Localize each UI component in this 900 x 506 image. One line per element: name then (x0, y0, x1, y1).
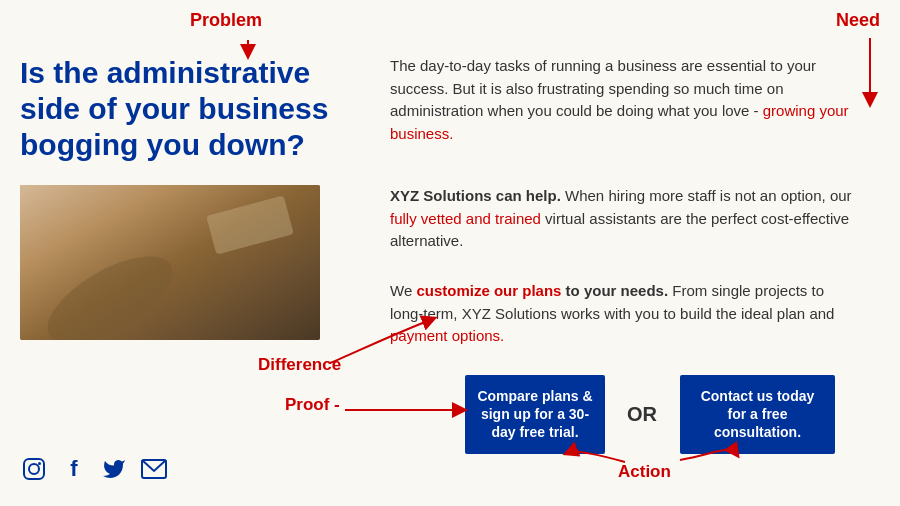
paragraph-1: The day-to-day tasks of running a busine… (390, 55, 860, 145)
twitter-icon[interactable] (100, 455, 128, 483)
proof-label: Proof - (285, 395, 340, 415)
instagram-icon[interactable] (20, 455, 48, 483)
facebook-icon[interactable]: f (60, 455, 88, 483)
svg-rect-0 (24, 459, 44, 479)
paragraph-2: XYZ Solutions can help. When hiring more… (390, 185, 860, 253)
or-text: OR (627, 403, 657, 426)
need-label: Need (836, 10, 880, 31)
headline: Is the administrative side of your busin… (20, 55, 340, 163)
difference-label: Difference (258, 355, 341, 375)
social-icons-bar: f (20, 455, 168, 483)
action-label: Action (618, 462, 671, 482)
para2-text1: When hiring more staff is not an option,… (561, 187, 852, 204)
svg-point-2 (38, 462, 41, 465)
para1-text: The day-to-day tasks of running a busine… (390, 57, 816, 119)
problem-label: Problem (190, 10, 262, 31)
paragraph-3: We customize our plans to your needs. Fr… (390, 280, 860, 348)
para2-bold: XYZ Solutions can help. (390, 187, 561, 204)
para3-highlight1: customize our plans (416, 282, 561, 299)
para3-highlight2: payment options. (390, 327, 504, 344)
contact-button[interactable]: Contact us today for a free consultation… (680, 375, 835, 454)
para3-text1: We (390, 282, 416, 299)
business-photo (20, 185, 320, 340)
para3-text2: to your needs. (561, 282, 668, 299)
svg-point-1 (29, 464, 39, 474)
para2-highlight: fully vetted and trained (390, 210, 541, 227)
compare-button[interactable]: Compare plans & sign up for a 30-day fre… (465, 375, 605, 454)
email-icon[interactable] (140, 455, 168, 483)
